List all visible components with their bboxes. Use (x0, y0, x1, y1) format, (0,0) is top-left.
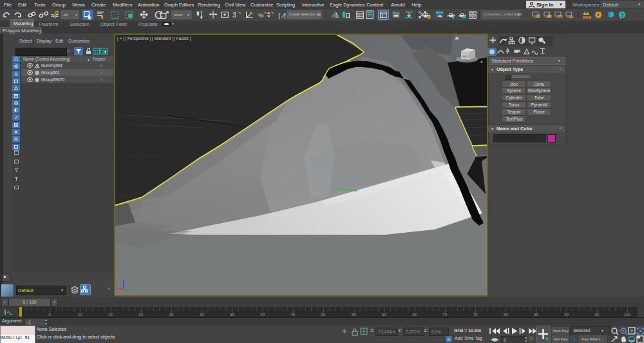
svg-text:95: 95 (594, 312, 599, 317)
svg-text:15: 15 (108, 312, 113, 317)
svg-text:?: ? (621, 12, 624, 18)
svg-text:5: 5 (48, 312, 51, 317)
svg-text:45: 45 (290, 312, 295, 317)
svg-text:10: 10 (78, 312, 82, 317)
svg-text:40: 40 (260, 312, 265, 317)
svg-text:85: 85 (534, 312, 538, 317)
svg-text:20: 20 (138, 312, 143, 317)
svg-text:25: 25 (169, 312, 174, 317)
svg-text:90: 90 (564, 312, 569, 317)
svg-text:BACK: BACK (462, 55, 469, 58)
svg-text:70: 70 (442, 312, 447, 317)
svg-text:C:\Users\m...s Max 2020: C:\Users\m...s Max 2020 (484, 12, 522, 16)
svg-text:}: } (284, 12, 287, 19)
svg-text:55: 55 (352, 312, 356, 317)
svg-text:Create Selection Se: Create Selection Se (289, 12, 321, 16)
svg-text:60: 60 (382, 312, 386, 317)
svg-text:35: 35 (230, 312, 234, 317)
svg-text:50: 50 (321, 312, 326, 317)
svg-text:100: 100 (624, 312, 631, 317)
svg-text:{: { (278, 12, 281, 19)
svg-text:65: 65 (412, 312, 417, 317)
svg-text:3: 3 (232, 11, 236, 19)
svg-text:80: 80 (504, 312, 508, 317)
svg-text:View: View (174, 12, 183, 17)
svg-text:All: All (64, 12, 68, 17)
svg-text:75: 75 (473, 312, 478, 317)
svg-text:%: % (258, 12, 264, 19)
svg-text:30: 30 (200, 312, 204, 317)
svg-text:⇄: ⇄ (559, 15, 562, 19)
svg-text:EDM: EDM (583, 15, 591, 19)
